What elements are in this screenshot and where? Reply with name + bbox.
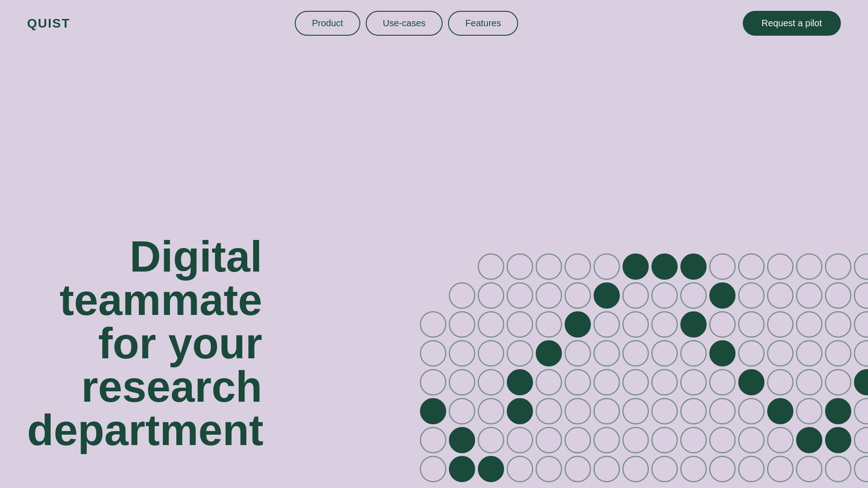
svg-point-66 (507, 341, 533, 366)
svg-point-129 (420, 427, 446, 453)
svg-point-63 (420, 341, 446, 366)
svg-point-26 (623, 283, 648, 308)
svg-point-28 (681, 283, 706, 308)
svg-point-160 (681, 456, 706, 482)
svg-point-114 (623, 399, 648, 424)
svg-point-8 (710, 254, 735, 279)
svg-point-42 (449, 312, 475, 337)
svg-point-52 (739, 312, 764, 337)
svg-point-154 (507, 456, 533, 482)
svg-point-93 (652, 370, 677, 395)
svg-point-117 (710, 399, 735, 424)
svg-point-96 (739, 370, 764, 395)
svg-point-27 (652, 283, 677, 308)
svg-point-138 (681, 427, 706, 453)
svg-point-131 (478, 427, 504, 453)
dot-grid (416, 224, 868, 488)
svg-point-141 (768, 427, 793, 453)
svg-point-43 (478, 312, 504, 337)
svg-point-122 (854, 399, 868, 424)
svg-point-78 (854, 341, 868, 366)
svg-point-99 (826, 370, 851, 395)
svg-point-142 (797, 427, 822, 453)
svg-point-161 (710, 456, 735, 482)
svg-point-111 (536, 399, 561, 424)
svg-point-100 (854, 370, 868, 395)
svg-point-77 (826, 341, 851, 366)
svg-point-25 (594, 283, 619, 308)
svg-point-137 (652, 427, 677, 453)
svg-point-23 (536, 283, 561, 308)
svg-point-151 (420, 456, 446, 482)
nav-center: Product Use-cases Features (295, 11, 518, 36)
hero-headline: Digital teammate for your research depar… (27, 235, 262, 452)
svg-point-75 (768, 341, 793, 366)
svg-point-134 (565, 427, 590, 453)
svg-point-139 (710, 427, 735, 453)
svg-point-20 (449, 283, 475, 308)
svg-point-92 (623, 370, 648, 395)
svg-point-85 (420, 370, 446, 395)
svg-point-65 (478, 341, 504, 366)
svg-point-13 (854, 254, 868, 279)
svg-point-56 (854, 312, 868, 337)
svg-point-166 (854, 456, 868, 482)
svg-point-95 (710, 370, 735, 395)
svg-point-50 (681, 312, 706, 337)
nav-product-button[interactable]: Product (295, 11, 360, 36)
svg-point-156 (565, 456, 590, 482)
svg-point-12 (826, 254, 851, 279)
svg-point-119 (768, 399, 793, 424)
svg-point-130 (449, 427, 475, 453)
svg-point-9 (739, 254, 764, 279)
svg-point-64 (449, 341, 475, 366)
svg-point-24 (565, 283, 590, 308)
svg-point-164 (797, 456, 822, 482)
svg-point-6 (652, 254, 677, 279)
svg-point-70 (623, 341, 648, 366)
svg-point-153 (478, 456, 504, 482)
svg-point-162 (739, 456, 764, 482)
navbar: QUIST Product Use-cases Features Request… (0, 0, 868, 47)
svg-point-21 (478, 283, 504, 308)
svg-point-115 (652, 399, 677, 424)
svg-point-2 (536, 254, 561, 279)
svg-point-86 (449, 370, 475, 395)
nav-use-cases-button[interactable]: Use-cases (366, 11, 443, 36)
svg-point-112 (565, 399, 590, 424)
svg-point-48 (623, 312, 648, 337)
svg-point-30 (739, 283, 764, 308)
svg-point-10 (768, 254, 793, 279)
svg-point-120 (797, 399, 822, 424)
svg-point-29 (710, 283, 735, 308)
svg-point-163 (768, 456, 793, 482)
svg-point-7 (681, 254, 706, 279)
svg-point-71 (652, 341, 677, 366)
svg-point-0 (478, 254, 504, 279)
svg-point-88 (507, 370, 533, 395)
svg-point-110 (507, 399, 533, 424)
svg-point-22 (507, 283, 533, 308)
svg-point-31 (768, 283, 793, 308)
svg-point-108 (449, 399, 475, 424)
svg-point-143 (826, 427, 851, 453)
svg-point-97 (768, 370, 793, 395)
svg-point-53 (768, 312, 793, 337)
svg-point-68 (565, 341, 590, 366)
logo: QUIST (27, 16, 71, 31)
svg-point-121 (826, 399, 851, 424)
nav-features-button[interactable]: Features (448, 11, 518, 36)
request-pilot-button[interactable]: Request a pilot (743, 11, 841, 36)
svg-point-98 (797, 370, 822, 395)
svg-point-72 (681, 341, 706, 366)
svg-point-45 (536, 312, 561, 337)
svg-point-159 (652, 456, 677, 482)
svg-point-165 (826, 456, 851, 482)
svg-point-1 (507, 254, 533, 279)
svg-point-69 (594, 341, 619, 366)
svg-point-140 (739, 427, 764, 453)
hero-section: Digital teammate for your research depar… (27, 235, 262, 452)
svg-point-5 (623, 254, 648, 279)
svg-point-152 (449, 456, 475, 482)
svg-point-67 (536, 341, 561, 366)
